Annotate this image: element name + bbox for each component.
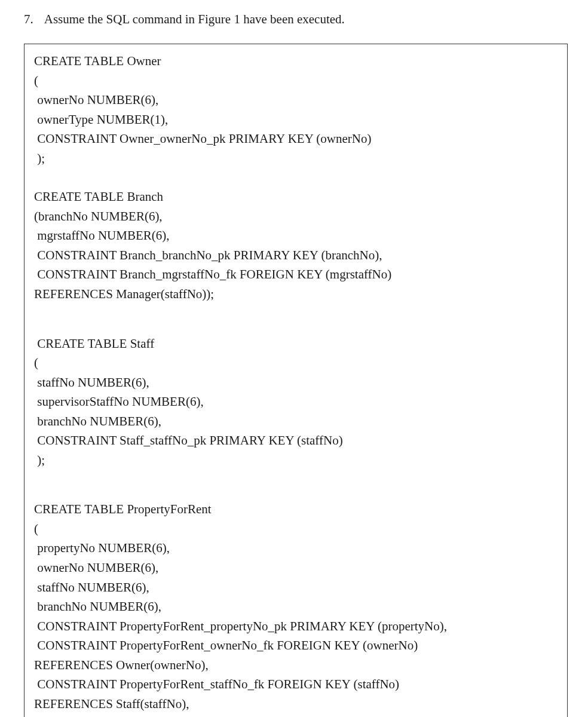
code-line: ownerNo NUMBER(6),	[34, 90, 558, 110]
code-line: (	[34, 519, 558, 539]
sql-code-box: CREATE TABLE Owner( ownerNo NUMBER(6), o…	[24, 44, 568, 717]
code-line: CONSTRAINT PropertyForRent_branchNo_fk F…	[34, 713, 558, 717]
code-line: CREATE TABLE Branch	[34, 187, 558, 207]
sql-block-staff: CREATE TABLE Staff( staffNo NUMBER(6), s…	[34, 334, 558, 470]
code-line: (	[34, 71, 558, 91]
code-line: CONSTRAINT Branch_branchNo_pk PRIMARY KE…	[34, 246, 558, 265]
code-line: CREATE TABLE Owner	[34, 51, 558, 71]
sql-block-propertyforrent: CREATE TABLE PropertyForRent( propertyNo…	[34, 500, 558, 717]
spacer	[34, 470, 558, 500]
code-line: CONSTRAINT Staff_staffNo_pk PRIMARY KEY …	[34, 431, 558, 451]
code-line: );	[34, 149, 558, 168]
question-header: 7. Assume the SQL command in Figure 1 ha…	[24, 12, 570, 27]
code-line: CONSTRAINT PropertyForRent_staffNo_fk FO…	[34, 675, 558, 694]
code-line: staffNo NUMBER(6),	[34, 373, 558, 393]
code-line: REFERENCES Manager(staffNo));	[34, 284, 558, 304]
code-line: staffNo NUMBER(6),	[34, 578, 558, 598]
code-line: ownerNo NUMBER(6),	[34, 558, 558, 578]
code-line: ownerType NUMBER(1),	[34, 110, 558, 130]
code-line: CONSTRAINT PropertyForRent_propertyNo_pk…	[34, 617, 558, 636]
question-text: Assume the SQL command in Figure 1 have …	[44, 12, 345, 27]
code-line: CONSTRAINT Branch_mgrstaffNo_fk FOREIGN …	[34, 265, 558, 284]
code-line: CONSTRAINT Owner_ownerNo_pk PRIMARY KEY …	[34, 129, 558, 149]
question-number: 7.	[24, 12, 33, 27]
code-line: CONSTRAINT PropertyForRent_ownerNo_fk FO…	[34, 636, 558, 655]
code-line: supervisorStaffNo NUMBER(6),	[34, 392, 558, 412]
code-line: propertyNo NUMBER(6),	[34, 538, 558, 558]
code-line: CREATE TABLE Staff	[34, 334, 558, 354]
code-line: CREATE TABLE PropertyForRent	[34, 500, 558, 519]
sql-block-branch: CREATE TABLE Branch(branchNo NUMBER(6), …	[34, 187, 558, 304]
code-line: );	[34, 451, 558, 470]
code-line: branchNo NUMBER(6),	[34, 412, 558, 431]
spacer	[34, 304, 558, 334]
code-line: REFERENCES Staff(staffNo),	[34, 694, 558, 714]
sql-block-owner: CREATE TABLE Owner( ownerNo NUMBER(6), o…	[34, 51, 558, 168]
code-line: REFERENCES Owner(ownerNo),	[34, 655, 558, 675]
code-line: mgrstaffNo NUMBER(6),	[34, 226, 558, 246]
code-line: (	[34, 353, 558, 373]
code-line: branchNo NUMBER(6),	[34, 597, 558, 617]
spacer	[34, 168, 558, 187]
code-line: (branchNo NUMBER(6),	[34, 207, 558, 226]
